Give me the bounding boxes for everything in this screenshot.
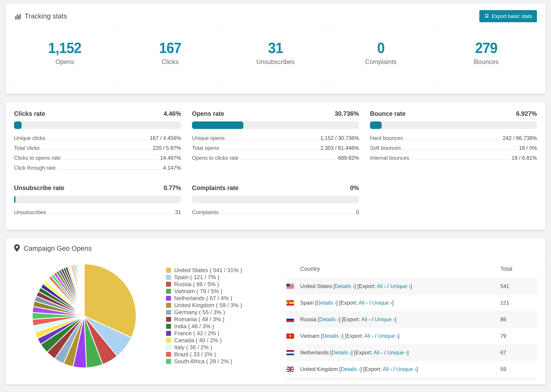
details-link[interactable]: Details › — [319, 316, 339, 322]
legend-color-swatch — [166, 324, 171, 329]
details-link[interactable]: Details › — [317, 300, 336, 306]
details-link[interactable]: Details › — [341, 366, 360, 372]
legend-label: Canada ( 40 / 2% ) — [174, 337, 222, 343]
legend-label: Spain ( 121 / 7% ) — [174, 274, 219, 280]
export-unique-link[interactable]: Unique › — [387, 350, 407, 356]
country-total: 86 — [500, 311, 537, 328]
stat-value: 0 — [377, 39, 384, 57]
legend-label: Netherlands ( 67 / 4% ) — [174, 295, 232, 301]
legend-item: United Kingdom ( 59 / 3% ) — [166, 302, 242, 309]
legend-label: France ( 42 / 2% ) — [174, 330, 219, 336]
rate-row: Unsubscribes 31 — [14, 209, 181, 219]
export-label: Export: — [343, 316, 360, 322]
rate-block: Complaints rate 0% Complaints 0 — [192, 184, 359, 219]
rate-row-value: 0 — [356, 209, 359, 216]
rate-row-value: 689.82% — [338, 155, 359, 161]
stat-label: Clicks — [118, 58, 223, 65]
geo-opens-body: United States ( 541 / 31% ) Spain ( 121 … — [6, 257, 545, 384]
country-links: Spain [Details ›] [Export: All › / Uniqu… — [300, 300, 394, 306]
country-flag-icon — [286, 317, 294, 322]
rate-row-label: Click through rate — [14, 165, 56, 171]
country-total: 79 — [500, 328, 537, 344]
rate-value: 0.77% — [164, 184, 181, 192]
rate-rows: Unique opens 1,152 / 30.736% Total opens… — [192, 135, 359, 165]
rate-title: Complaints rate — [192, 184, 239, 192]
rate-row: Hard bounces 242 / 86.738% — [370, 135, 537, 145]
rate-row-label: Unsubscribes — [14, 209, 46, 216]
export-unique-link[interactable]: Unique › — [375, 316, 395, 322]
legend-item: Brazil ( 33 / 2% ) — [166, 351, 242, 358]
export-unique-link[interactable]: Unique › — [396, 366, 416, 372]
dotted-leader — [47, 140, 148, 140]
rate-rows: Hard bounces 242 / 86.738% Soft bounces … — [370, 135, 537, 165]
geo-table: Country Total United States [Details ›] … — [286, 261, 537, 381]
rate-title: Opens rate — [192, 110, 224, 117]
country-flag-icon — [286, 350, 294, 355]
dotted-leader — [48, 214, 173, 214]
rate-row: Clicks to opens rate 14.497% — [14, 155, 181, 165]
export-all-link[interactable]: All › — [361, 316, 370, 322]
dotted-leader — [63, 159, 158, 160]
country-cell: Vietnam [Details ›] [Export: All › / Uni… — [286, 333, 500, 339]
dotted-leader — [240, 159, 336, 160]
stat-value: 167 — [159, 39, 181, 57]
geo-opens-title: Campaign Geo Opens — [24, 245, 92, 252]
details-link[interactable]: Details › — [322, 333, 342, 339]
export-unique-link[interactable]: Unique › — [378, 333, 398, 339]
legend-label: Romania ( 49 / 3% ) — [174, 316, 224, 322]
export-all-link[interactable]: All › — [377, 283, 386, 289]
rate-block: Bounce rate 6.927% Hard bounces 242 / 86… — [370, 110, 537, 175]
country-name: Russia — [300, 316, 316, 322]
rate-progress-fill — [192, 121, 243, 129]
geo-table-header-country: Country — [286, 261, 500, 278]
legend-item: France ( 42 / 2% ) — [166, 330, 242, 337]
details-link[interactable]: Details › — [335, 283, 354, 289]
page: Tracking stats Export basic stats 1,152 … — [0, 0, 551, 388]
country-links: Russia [Details ›] [Export: All › / Uniq… — [300, 316, 396, 322]
legend-item: Netherlands ( 67 / 4% ) — [166, 295, 242, 302]
details-link[interactable]: Details › — [332, 350, 351, 356]
rate-progress-fill — [14, 196, 15, 203]
country-total: 541 — [500, 278, 537, 294]
rate-row-value: 18 / 0% — [519, 145, 537, 151]
legend-item: South Africa ( 29 / 2% ) — [166, 358, 242, 365]
export-all-link[interactable]: All › — [359, 300, 367, 306]
country-total: 121 — [500, 294, 537, 311]
export-all-link[interactable]: All › — [364, 333, 373, 339]
country-flag-icon — [286, 284, 294, 289]
rate-value: 6.927% — [516, 110, 537, 117]
rate-block-header: Complaints rate 0% — [192, 184, 359, 192]
rate-block-header: Opens rate 30.736% — [192, 110, 359, 117]
export-unique-link[interactable]: Unique › — [372, 300, 392, 306]
tracking-stats-header: Tracking stats Export basic stats — [6, 3, 545, 28]
geo-table-row: United Kingdom [Details ›] [Export: All … — [286, 361, 537, 378]
export-all-link[interactable]: All › — [383, 366, 392, 372]
rate-block-header: Bounce rate 6.927% — [370, 110, 537, 117]
geo-pie-legend: United States ( 541 / 31% ) Spain ( 121 … — [166, 261, 242, 365]
rate-rows: Complaints 0 — [192, 209, 359, 219]
legend-color-swatch — [166, 275, 171, 280]
legend-label: Russia ( 86 / 5% ) — [174, 281, 219, 287]
legend-item: Russia ( 86 / 5% ) — [166, 281, 242, 288]
dotted-leader — [411, 159, 509, 160]
rate-row-value: 220 / 5.87% — [153, 145, 181, 151]
country-flag-icon — [286, 300, 294, 305]
rate-row: Internal bounces 19 / 6.81% — [370, 155, 537, 165]
export-basic-stats-button[interactable]: Export basic stats — [479, 10, 537, 22]
geo-table-wrap: Country Total United States [Details ›] … — [286, 261, 537, 381]
rate-progress-track — [370, 121, 537, 129]
rate-rows: Unique clicks 167 / 4.456% Total clicks … — [14, 135, 181, 175]
legend-label: Italy ( 36 / 2% ) — [174, 344, 212, 351]
rate-row: Total clicks 220 / 5.87% — [14, 145, 181, 155]
country-cell: Russia [Details ›] [Export: All › / Uniq… — [286, 316, 500, 322]
summary-stat-box: 31 Unsubscribes — [223, 29, 328, 85]
dotted-leader — [42, 149, 151, 150]
geo-table-row: Vietnam [Details ›] [Export: All › / Uni… — [286, 328, 537, 344]
dotted-leader — [221, 214, 354, 214]
export-unique-link[interactable]: Unique › — [390, 283, 410, 289]
rate-title: Bounce rate — [370, 110, 406, 117]
legend-color-swatch — [166, 296, 171, 301]
legend-label: South Africa ( 29 / 2% ) — [174, 358, 232, 365]
summary-stat-box: 1,152 Opens — [12, 29, 117, 85]
export-all-link[interactable]: All › — [374, 350, 383, 356]
